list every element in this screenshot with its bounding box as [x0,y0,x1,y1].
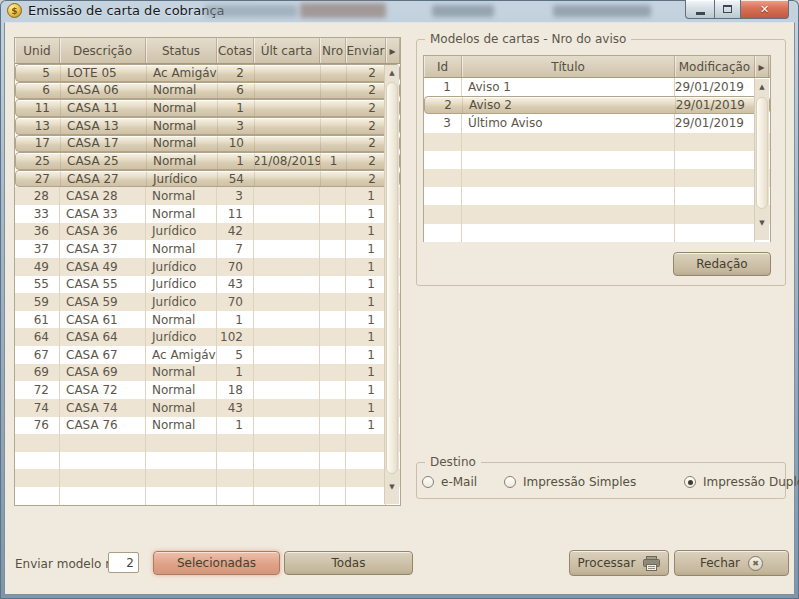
table-row[interactable]: 6CASA 06Normal62 [15,82,400,100]
redacao-button[interactable]: Redação [673,252,771,276]
todas-button[interactable]: Todas [284,551,413,575]
column-header-enviar[interactable]: Enviar [346,38,386,63]
cell-ult_carta [254,381,320,399]
cell-ult_carta [254,417,320,435]
table-row[interactable]: 5LOTE 05Ac Amigável22 [15,64,400,82]
units-table: UnidDescriçãoStatusCotasÚlt cartaNroEnvi… [14,37,401,506]
table-row[interactable]: 3Último Aviso29/01/2019 [424,114,770,132]
cell-cotas: 43 [217,399,254,417]
table-row-empty[interactable] [15,469,400,487]
table-row[interactable]: 49CASA 49Jurídico701 [15,258,400,276]
cell-enviar: 2 [347,136,387,152]
cell-descricao: CASA 37 [60,240,146,258]
table-row[interactable]: 72CASA 72Normal181 [15,381,400,399]
cell-enviar: 1 [346,187,386,205]
column-header-titulo[interactable]: Título [462,56,675,77]
column-header-modificacao[interactable]: Modificação [675,56,755,77]
cell-enviar: 1 [346,240,386,258]
cell-unid: 37 [15,240,60,258]
cell-ult_carta [255,65,321,81]
maximize-button[interactable] [714,0,741,19]
table-row-empty[interactable] [15,487,400,505]
cell-unid: 25 [16,153,61,169]
radio-impressao-duplex[interactable]: Impressão Duplex [684,475,799,489]
table-row[interactable]: 11CASA 11Normal12 [15,99,400,117]
cell-enviar: 1 [346,381,386,399]
table-row-empty[interactable] [424,187,770,205]
table-row[interactable]: 59CASA 59Jurídico701 [15,293,400,311]
units-scrollbar[interactable]: ▲ ▼ [384,65,399,504]
table-row[interactable]: 64CASA 64Jurídico1021 [15,328,400,346]
table-row[interactable]: 61CASA 61Normal11 [15,311,400,329]
radio-label: e-Mail [441,475,477,489]
cell-id [424,169,462,187]
column-header-nro[interactable]: Nro [320,38,346,63]
table-row[interactable]: 69CASA 69Normal11 [15,364,400,382]
triangle-right-icon[interactable]: ▸ [386,38,400,63]
scroll-down-icon[interactable]: ▼ [385,480,399,494]
column-header-descricao[interactable]: Descrição [60,38,146,63]
cell-enviar: 1 [346,293,386,311]
column-header-unid[interactable]: Unid [15,38,60,63]
table-row[interactable]: 25CASA 25Normal121/08/201912 [15,152,400,170]
cell-nro [321,171,347,187]
radio-impressao-simples[interactable]: Impressão Simples [504,475,636,489]
scroll-up-icon[interactable]: ▲ [755,80,769,94]
cell-nro [320,258,346,276]
table-row[interactable]: 67CASA 67Ac Amigável51 [15,346,400,364]
table-row[interactable]: 2Aviso 229/01/2019 [424,96,770,114]
title-bar[interactable]: $ Emissão de carta de cobrança ✕ [0,0,799,22]
table-row[interactable]: 36CASA 36Jurídico421 [15,223,400,241]
triangle-right-icon[interactable]: ▸ [755,56,769,77]
column-header-status[interactable]: Status [146,38,217,63]
cell-enviar [346,469,386,487]
scroll-down-icon[interactable]: ▼ [755,216,769,230]
cell-status: Jurídico [147,171,218,187]
table-row[interactable]: 28CASA 28Normal31 [15,187,400,205]
column-header-ult-carta[interactable]: Últ carta [254,38,320,63]
fechar-button[interactable]: Fechar ✖ [674,550,789,576]
table-row-empty[interactable] [424,224,770,242]
cell-nro: 1 [321,153,347,169]
cell-cotas [217,487,254,505]
table-row[interactable]: 74CASA 74Normal431 [15,399,400,417]
table-row[interactable]: 1Aviso 129/01/2019 [424,78,770,96]
table-row[interactable]: 33CASA 33Normal111 [15,205,400,223]
table-row-empty[interactable] [424,133,770,151]
cell-descricao: CASA 06 [61,83,147,99]
close-button[interactable]: ✕ [741,0,789,19]
table-row[interactable]: 27CASA 27Jurídico542 [15,170,400,188]
models-scrollbar-thumb[interactable] [756,97,768,209]
table-row-empty[interactable] [424,151,770,169]
cell-enviar: 1 [346,311,386,329]
column-header-id[interactable]: Id [424,56,462,77]
table-row-empty[interactable] [15,434,400,452]
radio-e-mail[interactable]: e-Mail [422,475,477,489]
processar-button[interactable]: Processar [569,550,669,576]
cell-unid: 55 [15,276,60,294]
table-row[interactable]: 76CASA 76Normal11 [15,417,400,435]
units-scrollbar-thumb[interactable] [386,82,398,474]
table-row[interactable]: 17CASA 17Normal102 [15,135,400,153]
table-row-empty[interactable] [424,169,770,187]
scroll-up-icon[interactable]: ▲ [385,66,399,80]
table-row-empty[interactable] [15,452,400,470]
cell-ult_carta [254,311,320,329]
models-scrollbar[interactable]: ▲ ▼ [754,79,769,240]
fechar-button-label: Fechar [700,556,740,570]
minimize-button[interactable] [685,0,714,19]
cell-nro [320,205,346,223]
table-row[interactable]: 55CASA 55Jurídico431 [15,276,400,294]
table-row[interactable]: 13CASA 13Normal32 [15,117,400,135]
cell-status: Normal [146,187,217,205]
modelo-number-input[interactable] [108,552,139,573]
selecionadas-button[interactable]: Selecionadas [153,551,280,575]
table-row[interactable]: 37CASA 37Normal71 [15,240,400,258]
cell-ult_carta [254,452,320,470]
cell-status: Normal [146,399,217,417]
cell-nro [320,452,346,470]
cell-cotas: 5 [217,346,254,364]
cell-nro [320,346,346,364]
column-header-cotas[interactable]: Cotas [217,38,254,63]
table-row-empty[interactable] [424,205,770,223]
